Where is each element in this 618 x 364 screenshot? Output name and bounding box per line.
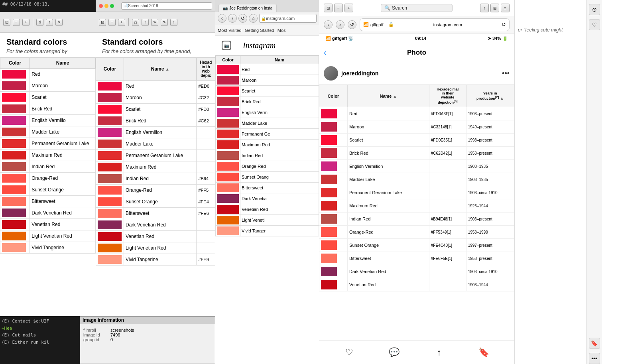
wiki2-color-table: Color Name ▲ Hexadin thwebdepic Red #ED0… (96, 57, 215, 266)
sidebar-icon-dots[interactable]: ••• (589, 353, 600, 364)
mobile-zoom-in[interactable]: + (344, 4, 353, 12)
mobile-forward-btn[interactable]: › (336, 20, 344, 29)
w2-col-name: Name ▲ (124, 58, 197, 81)
col-name: Name (30, 58, 96, 69)
w2-col-color: Color (96, 58, 124, 81)
wiki2-hex (197, 242, 215, 254)
mobile-wifi-icon: 📶 (363, 22, 369, 27)
mob-hex: #FE6F5E[1] (429, 252, 466, 265)
wiki3-name: Bittersweet (240, 183, 319, 193)
wiki1-swatch (0, 230, 30, 242)
w2-print-btn[interactable]: ⎙ (132, 19, 139, 26)
print-btn[interactable]: ⎙ (36, 19, 43, 26)
wiki2-swatch (96, 242, 124, 254)
term-line-e2: +Hea (2, 325, 78, 332)
mobile-tabs-btn[interactable]: ⊞ (490, 4, 499, 12)
browser-tab-instagram[interactable]: 📷 Joe Reddington on Insta (218, 4, 277, 12)
mobile-refresh-btn[interactable]: ↺ (348, 20, 356, 29)
phone-wifi-icon: 📡 (348, 36, 354, 41)
mobile-sidebar-btn[interactable]: ≡ (501, 4, 510, 12)
bookmark-more[interactable]: Mos (278, 28, 286, 33)
filmroll-label: filmroll (83, 328, 107, 333)
sidebar-icon-bookmark[interactable]: 🔖 (589, 338, 600, 349)
mob-swatch (319, 252, 348, 265)
wiki3-swatch (216, 183, 240, 193)
wiki3-name: Light Veneti (240, 215, 319, 226)
phone-back-btn[interactable]: ‹ (324, 48, 327, 57)
zoom-in-btn[interactable]: + (22, 19, 30, 26)
mobile-content: 📶 giffgaff 📡 09:14 ➤ 34% 🔋 ‹ Photo joere… (319, 33, 514, 364)
mobile-browser-search[interactable]: 🔍 Search (381, 4, 453, 12)
wiki2-swatch (96, 161, 124, 173)
col-color: Color (0, 58, 30, 69)
wiki3-swatch (216, 161, 240, 172)
w2-extra-btn[interactable]: ✎ (161, 19, 168, 26)
phone-username[interactable]: joereddington (341, 70, 378, 77)
wiki3-name: Vivid Tanger (240, 226, 319, 236)
term-line-e4: (E) Either run kil (2, 339, 78, 346)
wiki3-name: Orange-Red (240, 161, 319, 172)
url-bar[interactable]: 🔒 instagram.com (259, 14, 317, 23)
mobile-zoom-fit[interactable]: ⊡ (324, 4, 333, 12)
mobile-share-btn[interactable]: ↑ (480, 4, 489, 12)
forward-btn[interactable]: › (228, 14, 237, 23)
image-info-panel: image information filmroll screenshots i… (80, 316, 215, 364)
mob-swatch (319, 265, 348, 278)
mobile-zoom-out[interactable]: − (334, 4, 343, 12)
wiki1-swatch (0, 69, 30, 80)
mobile-back-btn[interactable]: ‹ (324, 20, 333, 29)
wiki1-swatch (0, 115, 30, 126)
w2-zoom-in-btn[interactable]: + (118, 19, 125, 26)
mobile-url-text: instagram.com (396, 22, 500, 27)
bookmark-most-visited[interactable]: Most Visited (218, 28, 242, 33)
imageid-value: 7496 (110, 333, 120, 337)
tab-favicon: 📷 (223, 6, 228, 10)
wiki2-toolbar: ⊡ − + ⎙ ↑ ✎ ✎ ↑ (96, 12, 215, 33)
wiki1-name: Indian Red (30, 161, 96, 173)
phone-more-btn[interactable]: ••• (502, 69, 510, 78)
wiki1-name: Sunset Orange (30, 184, 96, 196)
mobile-reload-icon[interactable]: ↺ (502, 22, 506, 28)
w2-annotate-btn[interactable]: ✎ (151, 19, 158, 26)
zoom-out-btn[interactable]: − (13, 19, 20, 26)
wiki1-swatch (0, 173, 30, 184)
sidebar-icon-compass[interactable]: ⊙ (589, 4, 600, 15)
bookmark-getting-started[interactable]: Getting Started (245, 28, 274, 33)
mobile-url-bar[interactable]: 📶 giffgaff 🔒 instagram.com ↺ (360, 18, 510, 31)
wiki2-name: Dark Venetian Red (124, 219, 197, 231)
w2-zoom-fit-btn[interactable]: ⊡ (99, 19, 106, 26)
phone-post-header-bar: ‹ Photo (319, 43, 514, 62)
zoom-fit-btn[interactable]: ⊡ (3, 19, 10, 26)
back-btn[interactable]: ‹ (218, 14, 226, 23)
wiki2-name: Orange-Red (124, 185, 197, 196)
share-btn[interactable]: ↑ (46, 19, 53, 26)
wiki2-name: English Vermilion (124, 127, 197, 138)
w2-extra2-btn[interactable]: ↑ (170, 19, 177, 26)
phone-carrier: 📶 giffgaff 📡 (325, 36, 354, 41)
wiki3-swatch (216, 64, 240, 75)
term-line-e1: (E) Contact $e:U2F (2, 318, 78, 325)
wiki3-swatch (216, 150, 240, 161)
w2-zoom-out-btn[interactable]: − (108, 19, 116, 26)
like-btn[interactable]: ♡ (343, 346, 356, 359)
panel-browser2: or "feeling cute might ⊙ ♡ 🔖 ••• (514, 0, 618, 364)
wiki3-swatch (216, 204, 240, 215)
search-label: Search (392, 5, 407, 11)
annotate-btn[interactable]: ✎ (55, 19, 63, 26)
comment-btn[interactable]: 💬 (388, 346, 401, 359)
sidebar-icon-heart[interactable]: ♡ (589, 19, 600, 30)
wiki3-swatch (216, 129, 240, 140)
home-btn[interactable]: ⌂ (249, 14, 258, 23)
panel-browser-instagram: 📷 Joe Reddington on Insta ‹ › ↺ ⌂ 🔒 inst… (215, 0, 319, 364)
mob-name: English Vermilion (348, 160, 429, 173)
refresh-btn[interactable]: ↺ (238, 14, 247, 23)
instagram-color-table: Color Nam Red Maroon Scarlet Brick Red E… (215, 55, 319, 236)
share-action-btn[interactable]: ↑ (433, 346, 445, 359)
wiki1-swatch (0, 150, 30, 161)
w2-share-btn[interactable]: ↑ (142, 19, 149, 26)
wiki2-hex (197, 219, 215, 231)
wiki2-name: Maximum Red (124, 161, 197, 173)
mob-years: 1903–circa 1910 (466, 186, 514, 199)
wiki2-name: Maroon (124, 92, 197, 104)
bookmark-action-btn[interactable]: 🔖 (478, 346, 490, 359)
